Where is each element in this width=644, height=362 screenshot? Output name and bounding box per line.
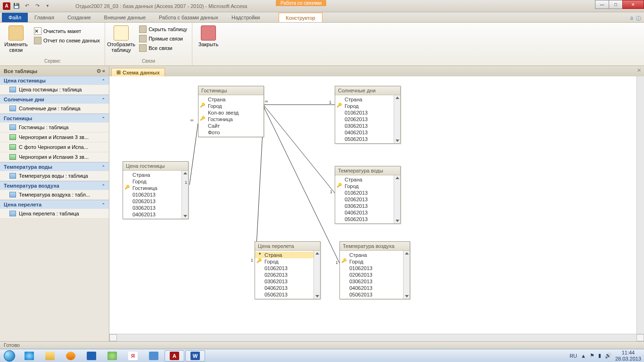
field[interactable]: Город [123,178,188,185]
nav-item[interactable]: С фото Черногория и Испа... [0,142,109,152]
task-mediaplayer[interactable] [61,350,81,362]
tab-home[interactable]: Главная [28,13,61,22]
field[interactable]: Гостиница [198,116,264,123]
field[interactable]: 03062013 [340,278,410,285]
field[interactable]: 04062013 [123,211,188,218]
clear-layout-button[interactable]: ✕Очистить макет [32,26,102,36]
field-scrollbar[interactable] [403,251,410,299]
field[interactable]: 03062013 [255,278,320,285]
field[interactable]: Страна [335,96,400,103]
field[interactable]: 04062013 [335,209,400,216]
field[interactable]: Город [340,258,410,265]
field-scrollbar[interactable] [394,95,400,143]
nav-collapse-icon[interactable]: ⊙ « [97,68,105,74]
table-title[interactable]: Гостиницы [198,86,264,95]
tab-addins[interactable]: Надстройки [225,13,266,22]
language-indicator[interactable]: RU [570,353,577,359]
nav-group-header[interactable]: Солнечные дни⌃ [0,95,109,104]
close-designer-button[interactable]: Закрыть [195,24,222,47]
table-box-water[interactable]: Температура водыСтранаГород0106201302062… [335,166,401,224]
table-title[interactable]: Температура воздуха [340,242,410,251]
table-title[interactable]: Солнечные дни [335,86,400,95]
nav-header[interactable]: Все таблицы ⊙ « [0,66,109,76]
table-box-air[interactable]: Температура воздухаСтранаГород0106201302… [339,241,410,299]
show-table-button[interactable]: Отобразить таблицу [108,24,134,53]
field[interactable]: 05062013 [340,291,410,298]
field[interactable]: 05062013 [335,216,400,222]
field[interactable]: 01062013 [255,265,320,272]
document-close-icon[interactable]: ✕ [637,67,641,74]
field[interactable]: 02062013 [340,272,410,278]
field[interactable]: 02062013 [335,116,400,123]
table-box-hotels[interactable]: ГостиницыСтранаГородКол-во звездГостиниц… [198,86,264,137]
nav-item[interactable]: Цена гостиницы : таблица [0,85,109,95]
task-app-blue[interactable] [82,350,101,362]
nav-item[interactable]: Температура воздуха : табл... [0,190,109,200]
save-icon[interactable]: 💾 [12,2,21,10]
ribbon-collapse-icon[interactable]: ۵ [630,15,633,22]
maximize-button[interactable]: □ [609,0,623,9]
nav-group-header[interactable]: Цена перелета⌃ [0,200,109,209]
nav-group-header[interactable]: Гостиницы⌃ [0,114,109,123]
nav-item[interactable]: Солнечные дни : таблица [0,104,109,114]
field[interactable]: 02062013 [123,198,188,205]
tab-file[interactable]: Файл [2,13,28,22]
nav-item[interactable]: Гостиницы : таблица [0,123,109,132]
field[interactable]: Страна [340,252,410,258]
field[interactable]: 03062013 [335,123,400,129]
redo-icon[interactable]: ↷ [33,2,41,10]
nav-item[interactable]: Температура воды : таблица [0,171,109,181]
task-access[interactable]: A [165,350,184,362]
qat-dropdown-icon[interactable]: ▼ [43,2,52,10]
nav-group-header[interactable]: Цена гостиницы⌃ [0,76,109,85]
field[interactable]: Страна [255,252,320,258]
field-scrollbar[interactable] [394,175,400,223]
document-tab[interactable]: ⊞ Схема данных [111,68,165,76]
undo-icon[interactable]: ↶ [23,2,31,10]
scroll-left-icon[interactable] [109,334,117,341]
tray-flag-icon[interactable]: ⚑ [590,353,594,359]
field[interactable]: 01062013 [123,191,188,198]
hide-table-button[interactable]: Скрыть таблицу [137,25,189,34]
task-word[interactable]: W [185,350,205,362]
edit-relationships-button[interactable]: Изменить связи [3,24,29,53]
field[interactable]: Сайт [198,123,264,129]
task-yandex[interactable]: Я [123,350,143,362]
field-scrollbar[interactable] [314,251,320,299]
field[interactable]: 01062013 [340,265,410,272]
table-title[interactable]: Температура воды [335,166,400,175]
field[interactable]: Город [198,103,264,109]
field[interactable]: Город [335,183,400,189]
field[interactable]: 04062013 [335,129,400,136]
help-icon[interactable]: ⓘ [636,15,641,22]
close-button[interactable]: ✕ [622,0,644,9]
field[interactable]: Фото [198,129,264,136]
app-icon[interactable]: A [3,2,10,10]
field[interactable]: Страна [198,96,264,103]
field[interactable]: 05062013 [255,291,320,298]
table-box-flight[interactable]: Цена перелетаСтранаГород0106201302062013… [255,241,321,299]
scroll-right-icon[interactable] [636,334,644,341]
tab-dbtools[interactable]: Работа с базами данных [152,13,225,22]
table-title[interactable]: Цена перелета [255,242,320,251]
relationship-report-button[interactable]: Отчет по схеме данных [32,36,102,45]
task-messenger[interactable] [102,350,122,362]
tab-create[interactable]: Создание [61,13,98,22]
field[interactable]: 02062013 [255,272,320,278]
field[interactable]: 03062013 [335,203,400,209]
nav-item[interactable]: Черногория и Испания 3 зв... [0,132,109,142]
task-ie[interactable] [19,350,39,362]
relationships-canvas[interactable]: ГостиницыСтранаГородКол-во звездГостиниц… [109,76,644,334]
field[interactable]: 01062013 [335,189,400,196]
tray-volume-icon[interactable]: 🔊 [605,353,611,359]
nav-group-header[interactable]: Температура воздуха⌃ [0,181,109,190]
tray-network-icon[interactable]: ▮ [598,353,601,359]
field[interactable]: Страна [335,176,400,183]
field[interactable]: Город [255,258,320,265]
tray-up-icon[interactable]: ▲ [581,353,586,359]
start-button[interactable] [0,349,19,362]
field[interactable]: 02062013 [335,196,400,203]
nav-item[interactable]: Черногория и Испания 3 зв... [0,152,109,162]
tab-external[interactable]: Внешние данные [98,13,152,22]
field[interactable]: 03062013 [123,205,188,211]
